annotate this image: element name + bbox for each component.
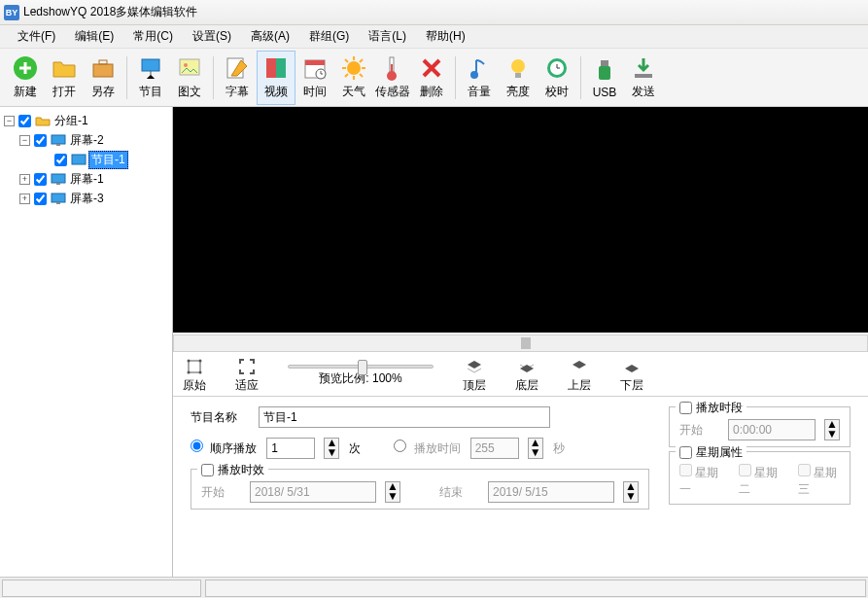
timing-button[interactable]: 校时 [538,51,576,105]
tree-program-1[interactable]: 节目-1 [2,150,170,169]
new-button[interactable]: 新建 [6,51,45,105]
svg-point-32 [199,360,202,363]
svg-point-5 [184,63,188,67]
play-effect-fieldset: 播放时效 开始 ▲▼ 结束 ▲▼ [191,469,649,510]
svg-point-34 [199,371,202,374]
zoom-slider[interactable] [288,365,434,369]
svg-rect-7 [266,58,276,78]
tree-collapse-icon[interactable]: − [19,135,30,146]
thermometer-icon [379,54,406,82]
menu-help[interactable]: 帮助(H) [416,25,475,48]
tree-group[interactable]: − 分组-1 [2,111,170,130]
volume-button[interactable]: 音量 [460,51,499,105]
download-tray-icon [630,54,657,82]
menu-edit[interactable]: 编辑(E) [65,25,123,48]
svg-point-12 [347,61,361,75]
original-size-button[interactable]: 原始 [183,358,206,394]
duration-spinner: ▲▼ [528,438,543,459]
monitor-icon [51,134,66,146]
play-effect-checkbox[interactable] [201,464,214,476]
clock-sync-icon [543,54,571,82]
svg-rect-30 [189,361,200,372]
week-fieldset: 星期属性 星期一 星期二 星期三 [669,451,851,505]
program-button[interactable]: 节目 [131,51,170,105]
screen-checkbox[interactable] [34,134,47,147]
move-up-button[interactable]: 上层 [568,358,591,394]
seq-play-radio[interactable]: 顺序播放 [191,440,257,457]
send-button[interactable]: 发送 [624,51,663,105]
title-bar: BY LedshowYQ 2018多媒体编辑软件 [0,0,868,25]
menu-language[interactable]: 语言(L) [359,25,416,48]
svg-rect-23 [52,135,65,144]
tree-screen-2[interactable]: − 屏幕-2 [2,130,170,150]
move-down-button[interactable]: 下层 [620,358,643,394]
brightness-button[interactable]: 亮度 [499,51,538,105]
fit-button[interactable]: 适应 [235,358,259,394]
svg-rect-24 [56,144,60,146]
usb-stick-icon [591,56,618,84]
preview-scrollbar[interactable] [173,334,868,352]
play-period-checkbox[interactable] [679,402,692,414]
wednesday-checkbox: 星期三 [798,464,840,498]
sun-icon [340,54,367,82]
svg-rect-1 [93,64,113,77]
status-bar [0,577,868,598]
end-date-label: 结束 [439,484,478,501]
subtitle-button[interactable]: 字幕 [218,51,257,105]
folder-icon [35,115,51,126]
screen-checkbox[interactable] [34,173,47,186]
tree-expand-icon[interactable]: + [19,174,30,185]
menu-group[interactable]: 群组(G) [299,25,359,48]
tree-collapse-icon[interactable]: − [4,116,15,126]
start-date-input [250,481,376,503]
menu-advanced[interactable]: 高级(A) [241,25,299,48]
sensor-button[interactable]: 传感器 [373,51,412,105]
screen-checkbox[interactable] [34,193,47,205]
monitor-icon [51,193,66,204]
video-button[interactable]: 视频 [257,51,295,105]
save-as-button[interactable]: 另存 [84,51,122,105]
film-icon [262,54,290,82]
status-cell-2 [205,580,866,597]
pictext-button[interactable]: 图文 [170,51,209,105]
app-title: LedshowYQ 2018多媒体编辑软件 [23,4,197,20]
time-button[interactable]: 时间 [295,51,334,105]
program-icon [71,154,87,165]
tree-screen-3[interactable]: + 屏幕-3 [2,189,170,208]
tree-expand-icon[interactable]: + [19,193,30,204]
weather-button[interactable]: 天气 [334,51,373,105]
bulb-icon [504,54,532,82]
send-to-back-button[interactable]: 底层 [515,358,538,394]
tree-panel: − 分组-1 − 屏幕-2 节目-1 + 屏幕-1 + [0,107,173,577]
svg-rect-26 [52,174,65,183]
period-start-input [728,419,816,440]
group-checkbox[interactable] [18,115,31,127]
toolbar: 新建 打开 另存 节目 图文 字幕 视频 时间 天气 传感器 删除 音量 亮度 … [0,49,868,107]
svg-rect-29 [56,202,60,204]
svg-rect-25 [72,155,86,164]
seq-count-input[interactable] [266,438,315,459]
music-note-icon [466,54,493,82]
open-button[interactable]: 打开 [45,51,84,105]
seq-count-spinner[interactable]: ▲▼ [324,438,339,459]
week-checkbox[interactable] [679,446,692,459]
delete-button[interactable]: 删除 [412,51,451,105]
svg-point-16 [470,71,478,79]
duration-play-radio[interactable]: 播放时间 [394,440,460,457]
plus-circle-icon [12,54,39,82]
menu-common[interactable]: 常用(C) [123,25,183,48]
bring-to-front-button[interactable]: 顶层 [463,358,486,394]
tree-screen-1[interactable]: + 屏幕-1 [2,169,170,189]
monday-checkbox: 星期一 [679,464,721,498]
svg-rect-15 [391,64,393,74]
menu-settings[interactable]: 设置(S) [183,25,241,48]
layer-up-icon [571,358,588,375]
crop-icon [186,358,203,375]
play-period-fieldset: 播放时段 开始 ▲▼ [669,406,851,447]
program-name-input[interactable] [259,406,550,428]
seq-unit: 次 [349,440,361,457]
menu-file[interactable]: 文件(F) [8,25,65,48]
program-checkbox[interactable] [54,154,67,166]
usb-button[interactable]: USB [585,51,624,105]
layer-down-icon [623,358,641,375]
